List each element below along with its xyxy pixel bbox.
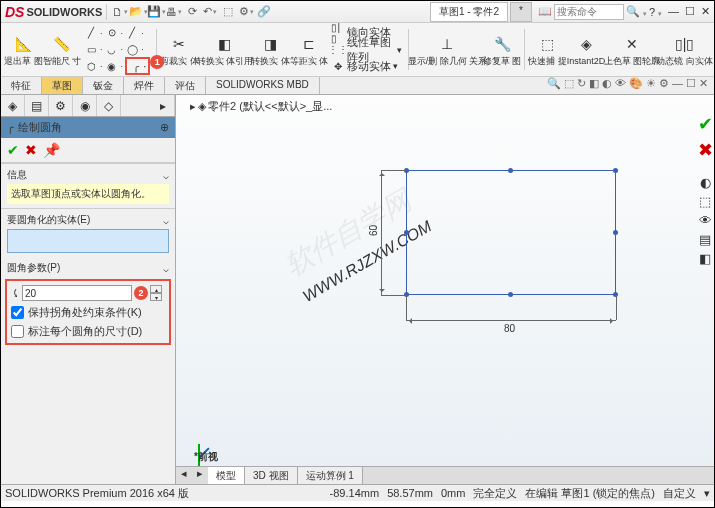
extend-button[interactable]: ◨转换实 体 — [252, 25, 289, 74]
entities-header[interactable]: 要圆角化的实体(E) — [7, 213, 169, 227]
search-icon[interactable]: 🔍 — [626, 5, 640, 18]
btab-next[interactable]: ▸ — [192, 467, 208, 484]
close-button[interactable]: ✕ — [701, 5, 710, 18]
repair-sketch-button[interactable]: 🔧修复草 图 — [484, 25, 521, 74]
doc-tab-1[interactable]: 草图1 - 零件2 — [430, 2, 508, 22]
ribbon: 📐退出草 图 📏智能尺 寸 ╱·⊙·╱· ▭·◡·◯· ⬡·◉· ╭· 1 ✂剪… — [1, 23, 714, 77]
appearance-icon[interactable]: 🎨 — [629, 77, 643, 94]
spin-up[interactable]: ▴ — [150, 285, 162, 293]
rtool-2[interactable]: ⬚ — [699, 194, 711, 209]
exit-sketch-button[interactable]: 📐退出草 图 — [5, 25, 42, 74]
status-units-icon[interactable]: ▾ — [704, 487, 710, 500]
entities-field[interactable] — [7, 229, 169, 253]
dim-each-fillet-check[interactable]: 标注每个圆角的尺寸(D) — [11, 324, 165, 339]
print-button[interactable]: 🖶 — [165, 3, 183, 21]
confirm-corner-cancel[interactable]: ✖ — [698, 139, 713, 161]
ok-button[interactable]: ✔ — [7, 142, 19, 158]
dynamic-mirror-button[interactable]: ▯|▯动态镜 向实体 — [659, 25, 710, 74]
dim-width-label[interactable]: 80 — [504, 323, 515, 334]
status-custom[interactable]: 自定义 — [663, 486, 696, 501]
instant2d-button[interactable]: ◈Instant2D — [568, 25, 605, 74]
section-view-icon[interactable]: ◧ — [589, 77, 599, 94]
help-dropdown[interactable] — [657, 6, 662, 18]
tab-evaluate[interactable]: 评估 — [165, 77, 206, 94]
rtool-1[interactable]: ◐ — [700, 175, 711, 190]
book-icon[interactable]: 📖 — [538, 5, 552, 18]
info-header[interactable]: 信息 — [7, 168, 169, 182]
tab-weldment[interactable]: 焊件 — [124, 77, 165, 94]
search-dropdown[interactable] — [642, 6, 647, 18]
rotate-view-icon[interactable]: ↻ — [577, 77, 586, 94]
keep-constraints-check[interactable]: 保持拐角处约束条件(K) — [11, 305, 165, 320]
spin-down[interactable]: ▾ — [150, 293, 162, 301]
bc-part-name[interactable]: 零件2 (默认<<默认>_显... — [208, 99, 332, 114]
rect-tool[interactable]: ▭·◡·◯· — [84, 42, 150, 58]
dim-width[interactable] — [406, 320, 616, 321]
ptab-config[interactable]: ⚙ — [49, 95, 73, 116]
tab-sheetmetal[interactable]: 钣金 — [83, 77, 124, 94]
zoom-area-icon[interactable]: ⬚ — [564, 77, 574, 94]
trim-button[interactable]: ✂剪裁实 体 — [161, 25, 198, 74]
display-style-icon[interactable]: ◐ — [602, 77, 612, 94]
rtool-3[interactable]: 👁 — [699, 213, 712, 228]
dim-height-label[interactable]: 60 — [368, 225, 379, 236]
ptab-dimxpert[interactable]: ◇ — [97, 95, 121, 116]
rtool-4[interactable]: ▤ — [699, 232, 711, 247]
poly-tool[interactable]: ⬡·◉· ╭· 1 — [84, 58, 150, 74]
cancel-button[interactable]: ✖ — [25, 142, 37, 158]
options-button[interactable]: ⚙ — [237, 3, 255, 21]
ptab-property[interactable]: ▤ — [25, 95, 49, 116]
rebuild-button[interactable]: ⟳ — [183, 3, 201, 21]
fillet-tool[interactable]: ╭· 1 — [125, 57, 150, 75]
btab-3dview[interactable]: 3D 视图 — [245, 467, 298, 484]
display-relations-button[interactable]: ⊥显示/删 除几何 关系 — [413, 25, 482, 74]
open-button[interactable]: 📂 — [129, 3, 147, 21]
main-area: ◈ ▤ ⚙ ◉ ◇ ▸ ╭ 绘制圆角 ⊕ ✔ ✖ 📌 信息 选取草图顶点或实体以… — [1, 95, 714, 484]
chk2-input[interactable] — [11, 325, 24, 338]
dim-height[interactable] — [381, 170, 382, 295]
ptab-display[interactable]: ◉ — [73, 95, 97, 116]
tab-mbd[interactable]: SOLIDWORKS MBD — [206, 77, 320, 94]
offset-button[interactable]: ⊏等距实 体 — [291, 25, 328, 74]
hide-show-icon[interactable]: 👁 — [615, 77, 626, 94]
pattern-tool[interactable]: ⋮⋮线性草图阵列▾ — [331, 42, 402, 58]
quick-snap-button[interactable]: ⬚快速捕 捉 — [529, 25, 566, 74]
ptab-more[interactable]: ▸ — [151, 95, 175, 116]
line-tool[interactable]: ╱·⊙·╱· — [84, 25, 150, 41]
params-header[interactable]: 圆角参数(P) — [7, 261, 169, 275]
tab-sketch[interactable]: 草图 — [42, 77, 83, 94]
smart-dimension-button[interactable]: 📏智能尺 寸 — [44, 25, 81, 74]
save-button[interactable]: 💾 — [147, 3, 165, 21]
chk1-input[interactable] — [11, 306, 24, 319]
sketch-rectangle[interactable] — [406, 170, 616, 295]
view-settings-icon[interactable]: ⚙ — [659, 77, 669, 94]
confirm-corner-ok[interactable]: ✔ — [698, 113, 713, 135]
zoom-fit-icon[interactable]: 🔍 — [547, 77, 561, 94]
undo-button[interactable]: ↶ — [201, 3, 219, 21]
tab-features[interactable]: 特征 — [1, 77, 42, 94]
minimize-button[interactable]: — — [668, 5, 679, 18]
scene-icon[interactable]: ☀ — [646, 77, 656, 94]
new-button[interactable]: 🗋 — [111, 3, 129, 21]
panel-title: 绘制圆角 — [18, 120, 62, 135]
btab-motion[interactable]: 运动算例 1 — [298, 467, 363, 484]
bc-expand-icon[interactable]: ▸ — [190, 100, 196, 113]
shaded-contour-button[interactable]: ✕上色草 图轮廓 — [606, 25, 657, 74]
convert-button[interactable]: ◧转换实 体引用 — [200, 25, 251, 74]
search-input[interactable] — [554, 4, 624, 20]
pin-icon[interactable]: ⊕ — [160, 121, 169, 134]
move-tool[interactable]: ✥移动实体▾ — [331, 59, 402, 75]
ptab-feature-tree[interactable]: ◈ — [1, 95, 25, 116]
maximize-button[interactable]: ☐ — [685, 5, 695, 18]
link-button[interactable]: 🔗 — [255, 3, 273, 21]
graphics-area[interactable]: ▸ ◈ 零件2 (默认<<默认>_显... 软件自学网WWW.RJZXW.COM… — [176, 95, 714, 484]
btab-prev[interactable]: ◂ — [176, 467, 192, 484]
rtool-5[interactable]: ◧ — [699, 251, 711, 266]
btab-model[interactable]: 模型 — [208, 467, 245, 484]
status-editing: 在编辑 草图1 (锁定的焦点) — [525, 486, 655, 501]
help-icon[interactable]: ? — [649, 6, 655, 18]
radius-input[interactable] — [22, 285, 132, 301]
doc-tab-2[interactable]: * — [510, 2, 532, 22]
select-button[interactable]: ⬚ — [219, 3, 237, 21]
push-pin-icon[interactable]: 📌 — [43, 142, 60, 158]
